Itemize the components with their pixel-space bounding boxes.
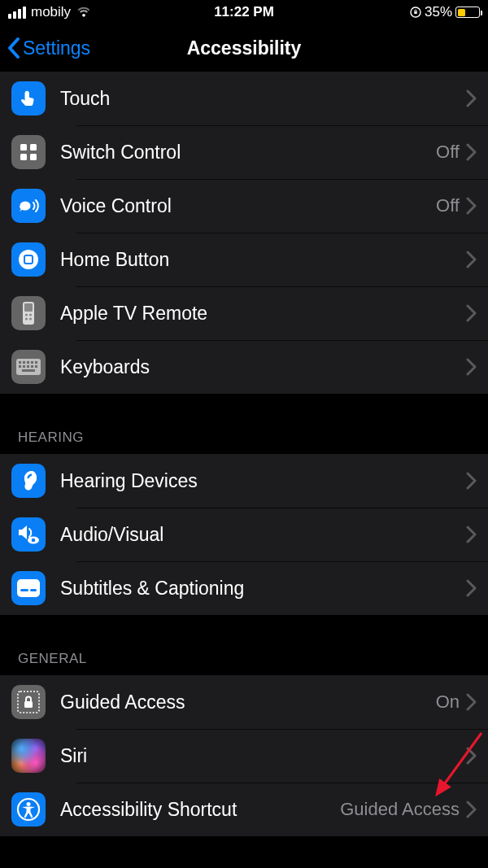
svg-rect-16 xyxy=(19,361,21,364)
row-label: Home Button xyxy=(60,249,466,271)
chevron-right-icon xyxy=(466,693,477,711)
chevron-right-icon xyxy=(466,89,477,107)
status-bar: mobily 11:22 PM 35% xyxy=(0,0,488,24)
lock-frame-icon xyxy=(11,685,46,719)
svg-point-13 xyxy=(25,317,28,320)
svg-rect-4 xyxy=(20,154,27,160)
svg-rect-31 xyxy=(30,589,37,591)
svg-rect-30 xyxy=(20,589,28,591)
touch-icon xyxy=(11,81,46,116)
accessibility-icon xyxy=(11,792,46,827)
chevron-right-icon xyxy=(466,579,477,597)
svg-rect-1 xyxy=(414,11,416,14)
svg-rect-10 xyxy=(24,303,33,312)
chevron-right-icon xyxy=(466,304,477,322)
status-right: 35% xyxy=(410,4,480,20)
svg-rect-25 xyxy=(35,365,37,368)
svg-point-28 xyxy=(32,539,36,543)
row-touch[interactable]: Touch xyxy=(0,72,488,125)
row-accessibility-shortcut[interactable]: Accessibility ShortcutGuided Access xyxy=(0,783,488,836)
voice-icon xyxy=(11,189,46,223)
chevron-right-icon xyxy=(466,197,477,215)
row-label: Keyboards xyxy=(60,356,466,378)
row-value: On xyxy=(436,691,460,713)
chevron-right-icon xyxy=(466,747,477,765)
battery-icon xyxy=(455,7,480,18)
svg-rect-26 xyxy=(22,369,35,372)
svg-rect-19 xyxy=(31,361,33,364)
status-left: mobily xyxy=(8,4,92,20)
remote-icon xyxy=(11,296,46,330)
row-label: Siri xyxy=(60,745,466,767)
row-subtitles[interactable]: Subtitles & Captioning xyxy=(0,561,488,615)
signal-icon xyxy=(8,7,26,19)
ear-icon xyxy=(11,464,46,498)
chevron-right-icon xyxy=(466,358,477,376)
row-audio-visual[interactable]: Audio/Visual xyxy=(0,508,488,561)
siri-icon xyxy=(11,739,46,773)
row-keyboards[interactable]: Keyboards xyxy=(0,340,488,394)
row-guided-access[interactable]: Guided AccessOn xyxy=(0,675,488,729)
grid-icon xyxy=(11,135,46,169)
svg-rect-17 xyxy=(23,361,25,364)
row-value: Off xyxy=(436,142,460,163)
row-apple-tv-remote[interactable]: Apple TV Remote xyxy=(0,286,488,340)
battery-percent: 35% xyxy=(425,4,452,20)
row-hearing-devices[interactable]: Hearing Devices xyxy=(0,454,488,508)
svg-rect-22 xyxy=(23,365,25,368)
row-label: Accessibility Shortcut xyxy=(60,799,340,821)
orientation-lock-icon xyxy=(410,7,421,18)
row-label: Audio/Visual xyxy=(60,524,466,546)
row-label: Hearing Devices xyxy=(60,470,466,492)
svg-rect-20 xyxy=(35,361,37,364)
section-header-hearing: HEARING xyxy=(0,394,488,454)
row-label: Guided Access xyxy=(60,691,436,713)
row-label: Touch xyxy=(60,88,466,110)
row-value: Guided Access xyxy=(340,799,460,820)
nav-bar: Settings Accessibility xyxy=(0,24,488,72)
svg-rect-21 xyxy=(19,365,21,368)
row-label: Subtitles & Captioning xyxy=(60,578,466,600)
section-header-general: GENERAL xyxy=(0,615,488,675)
row-switch-control[interactable]: Switch ControlOff xyxy=(0,125,488,179)
settings-group-0: TouchSwitch ControlOffVoice ControlOffHo… xyxy=(0,72,488,394)
chevron-right-icon xyxy=(466,143,477,161)
settings-group-2: Guided AccessOnSiriAccessibility Shortcu… xyxy=(0,675,488,836)
svg-rect-33 xyxy=(24,701,33,708)
svg-rect-24 xyxy=(31,365,33,368)
svg-point-12 xyxy=(29,313,32,316)
svg-point-7 xyxy=(19,250,38,269)
row-voice-control[interactable]: Voice ControlOff xyxy=(0,179,488,233)
chevron-right-icon xyxy=(466,472,477,490)
chevron-left-icon xyxy=(7,36,23,60)
svg-point-14 xyxy=(29,317,32,320)
svg-rect-18 xyxy=(27,361,29,364)
settings-group-1: Hearing DevicesAudio/VisualSubtitles & C… xyxy=(0,454,488,615)
svg-rect-2 xyxy=(20,144,27,150)
home-button-icon xyxy=(11,242,46,277)
chevron-right-icon xyxy=(466,800,477,818)
back-button[interactable]: Settings xyxy=(0,36,90,60)
row-home-button[interactable]: Home Button xyxy=(0,233,488,286)
row-siri[interactable]: Siri xyxy=(0,729,488,783)
captions-icon xyxy=(11,571,46,605)
svg-rect-5 xyxy=(30,154,37,160)
svg-point-11 xyxy=(25,313,28,316)
carrier-label: mobily xyxy=(31,4,71,20)
chevron-right-icon xyxy=(466,251,477,268)
keyboard-icon xyxy=(11,350,46,384)
row-value: Off xyxy=(436,195,460,216)
row-label: Switch Control xyxy=(60,142,436,164)
speaker-eye-icon xyxy=(11,517,46,552)
row-label: Voice Control xyxy=(60,195,436,217)
svg-rect-3 xyxy=(30,144,37,150)
chevron-right-icon xyxy=(466,526,477,543)
svg-point-35 xyxy=(27,802,31,806)
row-label: Apple TV Remote xyxy=(60,303,466,325)
svg-rect-29 xyxy=(17,579,40,597)
wifi-icon xyxy=(76,7,92,18)
back-label: Settings xyxy=(23,37,90,59)
svg-rect-23 xyxy=(27,365,29,368)
